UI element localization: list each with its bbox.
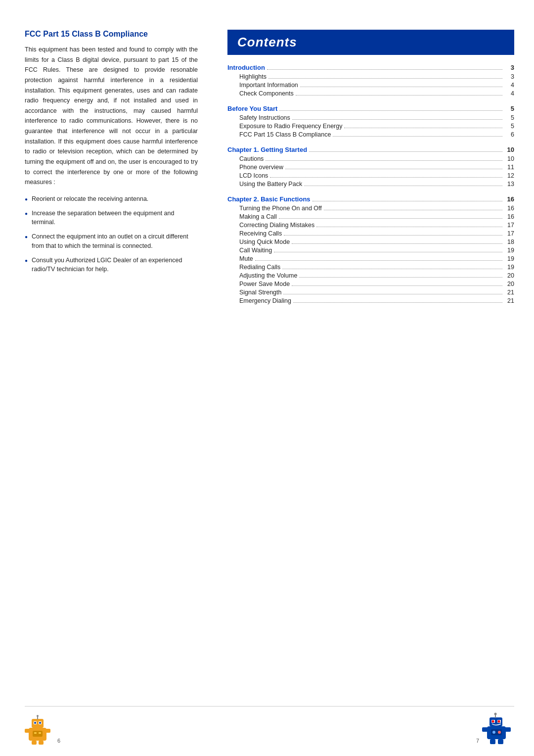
toc-item-page: 21 <box>504 289 514 296</box>
toc-item-dots <box>284 235 502 236</box>
toc-item-page: 19 <box>504 255 514 262</box>
toc-item-label: Cautions <box>239 155 264 162</box>
toc-chapter-dots <box>267 69 502 70</box>
toc-item: Adjusting the Volume20 <box>227 272 514 279</box>
fcc-title: FCC Part 15 Class B Compliance <box>25 30 198 39</box>
toc-item-label: LCD Icons <box>239 172 268 179</box>
toc-chapter-label: Chapter 1. Getting Started <box>227 146 307 153</box>
toc-item-page: 19 <box>504 247 514 254</box>
toc-chapter-page: 10 <box>504 146 514 153</box>
toc-chapter-row[interactable]: Before You Start5 <box>227 105 514 112</box>
toc-item-label: FCC Part 15 Class B Compliance <box>239 131 331 138</box>
toc-item-label: Signal Strength <box>239 289 281 296</box>
toc-item-label: Emergency Dialing <box>239 297 291 304</box>
toc-chapter-page: 16 <box>504 195 514 203</box>
toc-chapter-dots <box>312 201 502 201</box>
footer-left: 6 <box>25 714 60 746</box>
toc-item-label: Safety Instructions <box>239 114 290 121</box>
toc-item: Using the Battery Pack13 <box>227 181 514 188</box>
toc-chapter-dots <box>279 110 502 111</box>
toc-item-dots <box>344 128 502 128</box>
toc-item-dots <box>300 87 502 87</box>
toc-item-page: 4 <box>504 90 514 97</box>
toc-item-label: Call Waiting <box>239 247 272 254</box>
toc-item-page: 20 <box>504 281 514 287</box>
bullet-item: Consult you Authorized LGIC Dealer of an… <box>25 256 198 275</box>
toc-item-label: Phone overview <box>239 164 283 171</box>
toc-item-dots <box>316 227 502 227</box>
toc-item-page: 5 <box>504 123 514 130</box>
toc-item-page: 21 <box>504 297 514 304</box>
toc-item-dots <box>293 302 502 303</box>
toc-item: Receiving Calls17 <box>227 230 514 237</box>
toc-item-label: Adjusting the Volume <box>239 272 297 279</box>
toc-item: Turning the Phone On and Off16 <box>227 205 514 212</box>
toc-item-dots <box>285 169 502 169</box>
svg-rect-24 <box>505 727 511 732</box>
toc-item-label: Making a Call <box>239 213 277 220</box>
toc-item-page: 17 <box>504 222 514 229</box>
toc-item-dots <box>304 186 502 186</box>
toc-item-label: Power Save Mode <box>239 281 290 287</box>
toc-item: Check Components4 <box>227 90 514 97</box>
toc-item: Important Information4 <box>227 82 514 89</box>
robot-right-icon <box>482 711 514 746</box>
robot-left-icon <box>25 714 54 746</box>
toc-item-dots <box>292 243 502 244</box>
bullet-item: Connect the equipment into an outlet on … <box>25 232 198 251</box>
toc-item-dots <box>266 160 502 161</box>
toc-chapter-label: Before You Start <box>227 105 277 112</box>
bullet-item: Reorient or relocate the receiving anten… <box>25 194 198 204</box>
svg-rect-8 <box>25 729 30 733</box>
toc-item-dots <box>292 285 502 286</box>
toc-item-dots <box>283 294 502 294</box>
toc-chapter-row[interactable]: Introduction3 <box>227 64 514 71</box>
svg-point-4 <box>34 722 36 724</box>
contents-header: Contents <box>227 30 514 55</box>
toc-item-page: 13 <box>504 181 514 188</box>
svg-rect-23 <box>482 727 488 732</box>
toc-chapter-row[interactable]: Chapter 1. Getting Started10 <box>227 146 514 153</box>
svg-rect-10 <box>32 741 37 745</box>
toc-item: Mute19 <box>227 255 514 262</box>
svg-point-5 <box>39 722 41 724</box>
toc-item-page: 20 <box>504 272 514 279</box>
left-panel: FCC Part 15 Class B Compliance This equi… <box>0 20 213 706</box>
toc-item-page: 19 <box>504 264 514 271</box>
toc-item: LCD Icons12 <box>227 172 514 179</box>
toc-item-label: Using Quick Mode <box>239 238 290 245</box>
svg-rect-1 <box>32 719 44 728</box>
svg-point-29 <box>498 731 501 734</box>
svg-rect-13 <box>34 732 37 734</box>
svg-rect-26 <box>498 739 503 744</box>
toc-chapter-row[interactable]: Chapter 2. Basic Functions16 <box>227 195 514 203</box>
toc-item-page: 16 <box>504 205 514 212</box>
toc-item-page: 16 <box>504 213 514 220</box>
svg-point-22 <box>494 713 497 715</box>
svg-point-20 <box>498 720 500 723</box>
svg-rect-25 <box>490 739 495 744</box>
footer-right: 7 <box>476 711 514 746</box>
toc-item: Phone overview11 <box>227 164 514 171</box>
svg-point-7 <box>37 715 39 717</box>
toc-chapter-page: 5 <box>504 105 514 112</box>
toc-item: Power Save Mode20 <box>227 281 514 287</box>
toc-item: Highlights3 <box>227 73 514 80</box>
right-panel: Contents Introduction3Highlights3Importa… <box>213 20 534 706</box>
toc-item-dots <box>296 95 502 95</box>
toc-item: Signal Strength21 <box>227 289 514 296</box>
toc-item-label: Check Components <box>239 90 294 97</box>
toc-item-page: 11 <box>504 164 514 171</box>
toc-item: Redialing Calls19 <box>227 264 514 271</box>
svg-rect-11 <box>39 741 44 745</box>
toc-item-label: Important Information <box>239 82 298 89</box>
toc-item-page: 5 <box>504 114 514 121</box>
toc-item-page: 18 <box>504 238 514 245</box>
bullet-item: Increase the separation between the equi… <box>25 209 198 228</box>
toc-item: FCC Part 15 Class B Compliance6 <box>227 131 514 138</box>
toc-item: Safety Instructions5 <box>227 114 514 121</box>
toc-item: Correcting Dialing Mistakes17 <box>227 222 514 229</box>
toc-item-dots <box>270 177 502 178</box>
toc-item-page: 4 <box>504 82 514 89</box>
page-footer: 6 7 <box>0 707 534 756</box>
